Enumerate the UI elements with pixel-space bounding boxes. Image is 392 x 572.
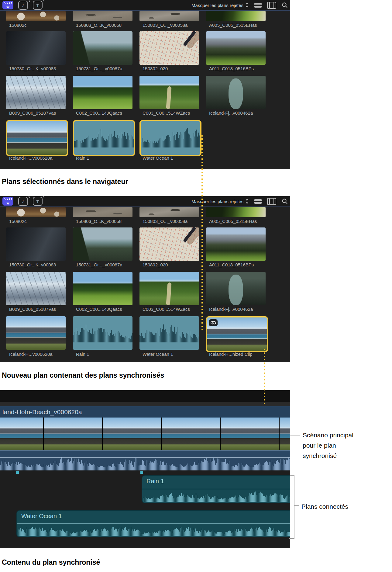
clips-icon[interactable] — [2, 197, 13, 206]
clip-thumbnail[interactable] — [206, 272, 266, 305]
clip-thumbnail[interactable] — [73, 207, 132, 217]
clip-thumbnail[interactable] — [73, 31, 132, 65]
titles-icon[interactable]: T — [33, 1, 43, 10]
clip-thumbnail[interactable] — [206, 207, 266, 217]
clip-thumbnail[interactable] — [73, 11, 132, 21]
audio-clip-thumbnail-selected[interactable] — [139, 120, 201, 156]
clip-thumbnail[interactable] — [6, 31, 66, 65]
index-icon[interactable] — [267, 198, 276, 205]
timeline-panel: land-Hofn-Beach_v000620a Rain 1 Water Oc… — [0, 390, 290, 548]
browser-panel-synchronized: ♪ T Masquer les plans rejetés 150802c 15… — [0, 196, 290, 362]
clip-label: 150803_O...K_v00058 — [73, 219, 136, 225]
filter-dropdown[interactable]: Masquer les plans rejetés — [191, 199, 243, 204]
music-note-glyph: ♪ — [22, 199, 24, 204]
audio-waveform — [141, 121, 200, 147]
audio-clip-thumbnail[interactable] — [139, 316, 199, 350]
clip-thumbnail[interactable] — [6, 207, 66, 217]
clip-thumbnail[interactable] — [139, 207, 199, 217]
connected-clip-rain[interactable]: Rain 1 — [142, 475, 290, 503]
clip-thumbnail[interactable] — [206, 227, 266, 261]
clip-thumbnail[interactable] — [139, 227, 199, 261]
annotation-bracket — [294, 475, 294, 539]
audio-waveform — [18, 524, 290, 536]
clip-label: A005_C005_0515EHas — [206, 219, 269, 225]
search-icon[interactable] — [282, 198, 288, 204]
clip-label: 150730_Or...K_v00083 — [6, 262, 69, 268]
clip-thumbnail[interactable] — [73, 272, 132, 305]
filmstrip-frame — [0, 418, 43, 450]
audio-reference-line — [0, 457, 290, 458]
connector-dotted-line — [264, 349, 265, 406]
timeline-marker[interactable] — [16, 471, 19, 474]
titles-icon[interactable]: T — [33, 197, 43, 206]
synchronized-link-badge — [209, 319, 218, 326]
filter-dropdown[interactable]: Masquer les plans rejetés — [191, 3, 243, 8]
clip-label: Water Ocean 1 — [139, 155, 202, 161]
toolbar-right: Masquer les plans rejetés — [191, 196, 288, 206]
clip-appearance-icon[interactable] — [254, 3, 262, 8]
clips-icon[interactable] — [2, 1, 13, 9]
clip-thumbnail[interactable] — [139, 11, 199, 21]
audio-clip-thumbnail[interactable] — [73, 316, 132, 350]
chevron-updown-icon[interactable] — [245, 198, 249, 204]
clip-thumbnail[interactable] — [206, 11, 266, 21]
clip-label: 150731_Or..._v00087a — [73, 66, 136, 72]
clip-thumbnail[interactable] — [206, 31, 266, 65]
clip-thumbnail[interactable] — [73, 76, 132, 109]
clip-thumbnail[interactable] — [139, 31, 199, 65]
annotation-bracket — [289, 538, 294, 539]
clip-label: Water Ocean 1 — [139, 352, 202, 358]
primary-storyline-clip[interactable]: land-Hofn-Beach_v000620a — [0, 406, 290, 470]
audio-clip-thumbnail-selected[interactable] — [73, 120, 135, 156]
clip-label: Rain 1 — [73, 155, 136, 161]
clip-label: C003_C00...514WZacs — [139, 307, 202, 313]
clip-thumbnail[interactable] — [6, 227, 66, 261]
clip-appearance-icon[interactable] — [254, 199, 262, 204]
filmstrip-frame — [162, 418, 220, 450]
clip-label: B009_C006_05187Vas — [6, 110, 69, 116]
clip-label: 150803_O..._v00058a — [139, 23, 202, 29]
clip-label: C002_C00...14JQaacs — [73, 307, 136, 313]
connected-clip-title: Water Ocean 1 — [21, 513, 62, 520]
primary-clip-filmstrip — [0, 418, 290, 450]
clip-label: Iceland-Fj...v000462a — [206, 307, 269, 313]
filmstrip-frame — [280, 418, 290, 450]
annotation-bracket — [294, 505, 299, 506]
timeline-marker[interactable] — [140, 471, 143, 474]
clip-thumbnail-selected[interactable] — [6, 120, 68, 156]
browser-toolbar: ♪ T Masquer les plans rejetés — [0, 196, 290, 207]
browser-toolbar: ♪ T Masquer les plans rejetés — [0, 0, 290, 11]
clip-label: 150730_Or...K_v00083 — [6, 66, 69, 72]
clip-thumbnail[interactable] — [206, 76, 266, 109]
clip-thumbnail[interactable] — [139, 272, 199, 305]
filmstrip-frame — [44, 418, 102, 450]
audio-waveform — [139, 316, 199, 342]
clip-label: A011_C018_0516BPs — [206, 262, 269, 268]
clip-label: 150731_Or..._v00087a — [73, 262, 136, 268]
audio-waveform — [0, 451, 290, 470]
clip-label: Iceland-H...v000620a — [6, 352, 69, 358]
photos-audio-icon[interactable]: ♪ — [18, 197, 28, 206]
clip-label: 150803_O...K_v00058 — [73, 23, 136, 29]
primary-clip-audio-band — [0, 450, 290, 470]
caption-selected-clips: Plans sélectionnés dans le navigateur — [2, 178, 128, 186]
audio-waveform — [143, 490, 290, 502]
t-glyph: T — [36, 199, 39, 204]
clip-thumbnail[interactable] — [6, 11, 66, 21]
filmstrip-frame — [221, 418, 279, 450]
connected-clip-water-ocean[interactable]: Water Ocean 1 — [16, 510, 290, 537]
filmstrip-frame — [103, 418, 161, 450]
connected-clip-title: Rain 1 — [146, 478, 164, 485]
photos-audio-icon[interactable]: ♪ — [18, 1, 28, 10]
timeline-sub-strip — [0, 402, 290, 406]
clip-thumbnail[interactable] — [139, 76, 199, 109]
clip-thumbnail[interactable] — [73, 227, 132, 261]
chevron-updown-icon[interactable] — [245, 2, 249, 8]
search-icon[interactable] — [282, 2, 288, 8]
clip-thumbnail[interactable] — [6, 272, 66, 305]
clip-thumbnail[interactable] — [6, 76, 66, 109]
synchronized-clip-thumbnail-selected[interactable] — [206, 316, 268, 352]
clip-label: A005_C005_0515EHas — [206, 23, 269, 29]
clip-thumbnail[interactable] — [6, 316, 66, 350]
index-icon[interactable] — [267, 2, 276, 9]
